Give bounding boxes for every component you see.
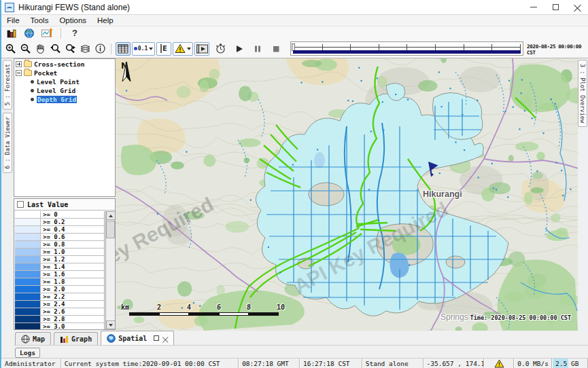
layer-tree-panel: Cross-sectionPocketLevel PointLevel Grid… bbox=[14, 58, 116, 197]
legend-row[interactable]: >= 1.4 bbox=[15, 263, 104, 271]
bottom-tab-bar: Map Graph Spatial bbox=[14, 331, 588, 346]
scale-segment bbox=[219, 312, 249, 316]
warning-dropdown[interactable] bbox=[173, 42, 193, 56]
legend-value-label: >= 2.4 bbox=[41, 301, 65, 308]
tab-maximize-icon[interactable] bbox=[154, 335, 159, 341]
help-button[interactable]: ? bbox=[67, 26, 82, 40]
status-warning-icon bbox=[484, 358, 514, 368]
bar-chart-icon bbox=[60, 335, 69, 344]
last-value-checkbox[interactable] bbox=[17, 201, 24, 208]
tab-forecast[interactable]: 5 : Forecast bbox=[3, 60, 12, 109]
zoom-previous-button[interactable] bbox=[48, 42, 63, 56]
map-globe-button[interactable] bbox=[22, 26, 37, 40]
legend-row[interactable]: >= 2.6 bbox=[15, 308, 104, 316]
legend-swatch bbox=[15, 249, 41, 255]
contour-interval-dropdown[interactable]: 0.1 bbox=[132, 42, 155, 56]
tree-item-cross-section[interactable]: Cross-section bbox=[14, 60, 115, 68]
arrow-down-icon bbox=[109, 324, 113, 327]
tab-graph[interactable]: Graph bbox=[54, 332, 98, 345]
legend-row[interactable]: >= 3.0 bbox=[15, 323, 104, 329]
map-globe-icon bbox=[24, 28, 35, 39]
tree-item-depth-grid[interactable]: Depth Grid bbox=[14, 95, 115, 103]
menu-file[interactable]: File bbox=[1, 16, 25, 25]
legend-row[interactable]: >= 0.2 bbox=[15, 219, 104, 226]
legend-swatch bbox=[15, 211, 41, 218]
time-slider[interactable] bbox=[290, 41, 523, 56]
chevron-down-icon bbox=[187, 48, 191, 50]
scale-unit: km bbox=[121, 303, 129, 311]
tree-item-level-point[interactable]: Level Point bbox=[14, 77, 115, 86]
legend-swatch bbox=[15, 241, 41, 248]
longitudinal-profile-button[interactable]: E bbox=[156, 42, 171, 56]
info-button[interactable] bbox=[92, 42, 107, 56]
tab-close-icon[interactable] bbox=[162, 335, 167, 340]
tab-data-viewer[interactable]: 6 : Data Viewer bbox=[3, 113, 12, 173]
legend-value-label: >= 1.0 bbox=[41, 249, 65, 255]
pause-button[interactable] bbox=[250, 42, 265, 56]
logs-database-button[interactable] bbox=[4, 26, 19, 40]
status-cell-1: Current system time:2020-09-01 00:00 CST bbox=[61, 358, 239, 368]
grid-toggle-button[interactable] bbox=[116, 42, 131, 56]
zoom-next-button[interactable] bbox=[63, 42, 77, 56]
zoom-in-button[interactable] bbox=[3, 42, 18, 56]
folder-icon bbox=[24, 70, 32, 76]
legend-row[interactable]: >= 1.0 bbox=[15, 249, 104, 256]
maximize-icon bbox=[553, 4, 559, 10]
tab-map-label: Map bbox=[33, 335, 45, 343]
scale-tick-label: 6 bbox=[217, 303, 221, 311]
layers-button[interactable] bbox=[77, 42, 92, 56]
layers-icon bbox=[80, 43, 91, 54]
menu-options[interactable]: Options bbox=[54, 16, 92, 25]
stop-button[interactable] bbox=[269, 42, 283, 56]
tab-map[interactable]: Map bbox=[15, 332, 51, 345]
tab-spatial[interactable]: Spatial bbox=[101, 331, 174, 345]
legend-row[interactable]: >= 1.8 bbox=[15, 278, 104, 286]
collapse-icon[interactable] bbox=[16, 70, 22, 76]
legend-swatch bbox=[15, 323, 41, 329]
scroll-up-button[interactable] bbox=[106, 211, 116, 220]
legend-row[interactable]: >= 1.2 bbox=[15, 256, 104, 263]
expand-icon[interactable] bbox=[16, 61, 22, 67]
legend-row[interactable]: >= 0.6 bbox=[15, 234, 104, 241]
warning-icon bbox=[494, 359, 504, 368]
logs-button[interactable]: Logs bbox=[15, 348, 40, 358]
legend-value-label: >= 3.0 bbox=[41, 323, 65, 329]
legend-row[interactable]: >= 1.6 bbox=[15, 271, 104, 278]
menu-tools[interactable]: Tools bbox=[25, 16, 54, 25]
tree-item-pocket[interactable]: Pocket bbox=[14, 69, 115, 77]
logs-row: Logs bbox=[14, 346, 40, 358]
timer-button[interactable] bbox=[213, 42, 228, 56]
status-cell-2: 08:27:18 GMT bbox=[239, 358, 300, 368]
contour-interval-value: 0.1 bbox=[138, 45, 148, 52]
menu-help[interactable]: Help bbox=[92, 16, 119, 25]
animation-button[interactable] bbox=[194, 42, 209, 56]
tree-item-level-grid[interactable]: Level Grid bbox=[14, 86, 115, 94]
status-cell-4: Stand alone bbox=[362, 358, 423, 368]
play-button[interactable] bbox=[232, 42, 247, 56]
scroll-down-button[interactable] bbox=[106, 320, 116, 329]
legend-row[interactable]: >= 2.2 bbox=[15, 293, 104, 301]
node-bullet-icon bbox=[31, 80, 34, 84]
legend-row[interactable]: >= 0 bbox=[15, 211, 104, 219]
minimize-button[interactable] bbox=[523, 0, 544, 14]
title-bar: Hikurangi FEWS (Stand alone) bbox=[1, 0, 588, 15]
legend-swatch bbox=[15, 286, 41, 293]
legend-row[interactable]: >= 2.0 bbox=[15, 286, 104, 293]
tab-plot-overview[interactable]: 3 : Plot Overview bbox=[578, 60, 587, 127]
legend-value-label: >= 0.8 bbox=[41, 241, 65, 248]
legend-row[interactable]: >= 2.4 bbox=[15, 301, 104, 308]
fews-logo-icon bbox=[5, 3, 14, 12]
legend-row[interactable]: >= 2.8 bbox=[15, 316, 104, 323]
time-slider-tick bbox=[379, 44, 379, 50]
legend-row[interactable]: >= 0.8 bbox=[15, 241, 104, 249]
maximize-button[interactable] bbox=[544, 0, 566, 14]
timeseries-chart-button[interactable] bbox=[39, 26, 54, 40]
zoom-out-button[interactable] bbox=[18, 42, 33, 56]
map-view[interactable]: API Key Required API Key Required N Hiku… bbox=[116, 58, 578, 331]
close-button[interactable] bbox=[566, 0, 588, 14]
legend-scrollbar[interactable] bbox=[105, 211, 115, 329]
scroll-thumb[interactable] bbox=[106, 221, 115, 238]
pan-hand-button[interactable] bbox=[33, 42, 48, 56]
legend-swatch bbox=[15, 271, 41, 278]
legend-row[interactable]: >= 0.4 bbox=[15, 226, 104, 234]
